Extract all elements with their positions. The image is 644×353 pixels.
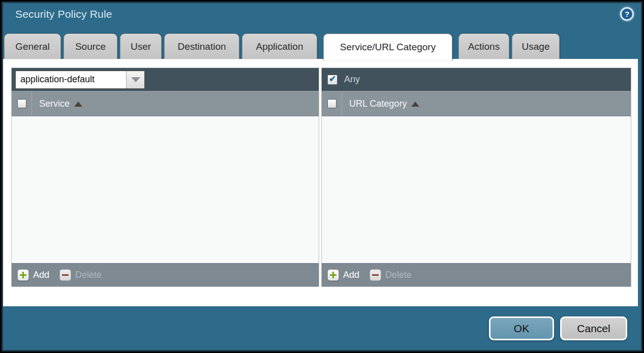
service-dropdown[interactable]: application-default: [15, 71, 145, 89]
sort-ascending-icon: [411, 102, 419, 107]
tab-application[interactable]: Application: [242, 34, 317, 59]
dialog-title: Security Policy Rule: [15, 8, 112, 20]
sort-ascending-icon: [74, 102, 82, 107]
checkmark-icon: ✔: [329, 75, 336, 83]
service-column-header: Service: [12, 91, 319, 116]
url-category-select-all-checkbox[interactable]: [327, 99, 336, 108]
security-policy-rule-dialog: Security Policy Rule ? General Source Us…: [2, 2, 642, 351]
chevron-down-icon: [131, 77, 140, 82]
tab-source[interactable]: Source: [64, 34, 117, 59]
url-category-toolbar: ✔ Any: [322, 68, 631, 91]
url-category-delete-button[interactable]: Delete: [370, 269, 412, 281]
help-glyph: ?: [625, 10, 629, 18]
url-category-add-label: Add: [343, 270, 359, 280]
tab-usage[interactable]: Usage: [512, 34, 560, 59]
plus-icon: [17, 269, 29, 281]
tab-user[interactable]: User: [120, 34, 162, 59]
tab-content: application-default Service: [3, 59, 638, 306]
service-dropdown-button[interactable]: [126, 71, 144, 88]
url-category-select-all-cell: [322, 91, 342, 116]
service-column-sort[interactable]: Service: [39, 99, 82, 109]
service-add-label: Add: [33, 270, 49, 280]
tab-bar: General Source User Destination Applicat…: [4, 34, 562, 59]
service-panel: application-default Service: [11, 68, 319, 287]
service-toolbar: application-default: [12, 68, 319, 91]
service-column-label: Service: [39, 99, 70, 109]
tab-actions[interactable]: Actions: [458, 34, 509, 59]
cancel-button[interactable]: Cancel: [560, 316, 627, 340]
service-list[interactable]: [12, 116, 319, 263]
tab-destination[interactable]: Destination: [164, 34, 239, 59]
url-category-footer: Add Delete: [322, 263, 631, 286]
minus-icon: [59, 269, 71, 281]
plus-icon: [327, 269, 339, 281]
url-category-column-sort[interactable]: URL Category: [349, 99, 419, 109]
url-category-any-checkbox[interactable]: ✔: [327, 75, 338, 85]
service-delete-button[interactable]: Delete: [59, 269, 102, 281]
url-category-column-header: URL Category: [322, 91, 631, 116]
service-select-all-cell: [12, 91, 32, 116]
url-category-add-button[interactable]: Add: [327, 269, 359, 281]
url-category-list[interactable]: [322, 116, 631, 263]
url-category-delete-label: Delete: [385, 270, 412, 280]
tab-service-url-category[interactable]: Service/URL Category: [323, 34, 452, 60]
url-category-column-label: URL Category: [349, 99, 407, 109]
url-category-any-label: Any: [344, 74, 360, 85]
ok-button[interactable]: OK: [489, 316, 554, 340]
screen: Security Policy Rule ? General Source Us…: [0, 0, 644, 353]
service-add-button[interactable]: Add: [17, 269, 49, 281]
minus-icon: [370, 269, 381, 281]
service-dropdown-value: application-default: [16, 71, 126, 88]
url-category-panel: ✔ Any URL Category: [321, 68, 631, 287]
help-icon[interactable]: ?: [620, 7, 634, 21]
service-delete-label: Delete: [75, 270, 102, 280]
tab-general[interactable]: General: [4, 34, 61, 59]
service-select-all-checkbox[interactable]: [17, 99, 26, 108]
service-footer: Add Delete: [12, 263, 319, 286]
